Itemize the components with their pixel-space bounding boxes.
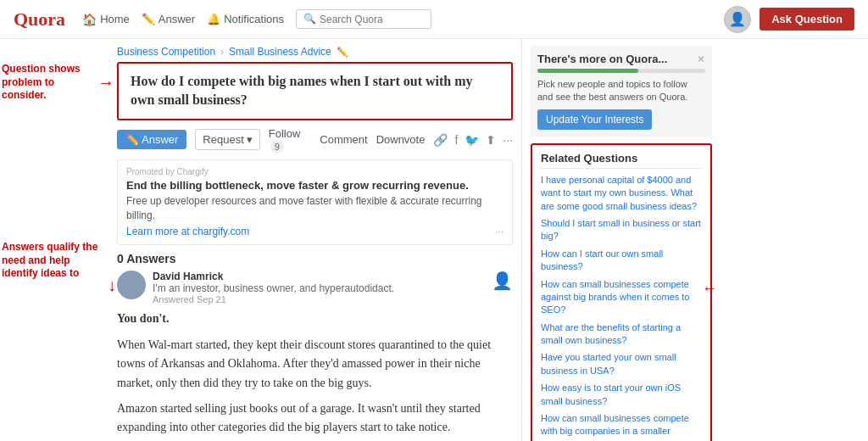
comment-button[interactable]: Comment — [320, 133, 367, 146]
logo[interactable]: Quora — [14, 8, 65, 31]
related-questions-box: Related Questions I have personal capita… — [531, 143, 712, 441]
annotation-question: Question shows problem to consider. → — [2, 63, 99, 103]
answers-count: 0 Answers — [117, 252, 513, 265]
related-item-5[interactable]: Have you started your own small business… — [541, 351, 702, 377]
related-item-3: How can small businesses compete against… — [541, 278, 702, 317]
answer-nav-label: Answer — [159, 13, 195, 25]
search-input[interactable] — [320, 14, 421, 25]
promo-box: Promoted by Chargify End the billing bot… — [117, 159, 513, 246]
right-panel: There's more on Quora... ✕ Pick new peop… — [521, 39, 721, 441]
answer-para-2: Amazon started selling just books out of… — [117, 399, 513, 438]
home-icon: 🏠 — [82, 13, 97, 26]
promo-title: End the billing bottleneck, move faster … — [126, 179, 504, 192]
progress-bar-container — [537, 69, 705, 73]
pencil-icon: ✏️ — [125, 133, 139, 146]
update-interests-button[interactable]: Update Your Interests — [537, 109, 652, 130]
author-avatar — [117, 271, 146, 299]
notification-icon: 🔔 — [207, 13, 220, 25]
nav-answer[interactable]: ✏️ Answer — [142, 13, 195, 25]
nav-home[interactable]: 🏠 Home — [82, 13, 130, 26]
answer-bold: You don't. — [117, 312, 169, 325]
author-follow-icon[interactable]: 👤 — [492, 271, 513, 291]
more-on-quora-header: There's more on Quora... ✕ — [537, 53, 705, 65]
nav-notifications[interactable]: 🔔 Notifications — [207, 13, 284, 25]
answer-para-0: You don't. — [117, 310, 513, 328]
answer-para-1: When Wal-mart started, they kept their d… — [117, 336, 513, 393]
annotation-answers: Answers qualify the need and help identi… — [2, 241, 108, 281]
promo-link[interactable]: Learn more at chargify.com — [126, 226, 249, 237]
answer-icon: ✏️ — [142, 13, 155, 25]
answer-author-row: David Hamrick I'm an investor, business … — [117, 271, 513, 304]
progress-bar — [537, 69, 638, 73]
more-share-icon[interactable]: ⬆ — [486, 133, 496, 147]
promo-label: Promoted by Chargify — [126, 167, 504, 176]
breadcrumb-sep: › — [220, 46, 224, 58]
promo-desc: Free up developer resources and move fas… — [126, 194, 504, 223]
promo-more-icon[interactable]: ··· — [495, 226, 504, 237]
ask-question-button[interactable]: Ask Question — [760, 8, 854, 31]
notifications-label: Notifications — [224, 13, 284, 25]
arrow1: → — [97, 71, 114, 93]
dropdown-icon: ▾ — [247, 133, 253, 146]
arrow2: ↓ — [108, 274, 116, 296]
more-on-quora-box: There's more on Quora... ✕ Pick new peop… — [531, 46, 712, 137]
action-bar: ✏️ Answer Request ▾ Follow 9 Comment Dow… — [117, 127, 513, 153]
header: Quora 🏠 Home ✏️ Answer 🔔 Notifications 🔍… — [0, 0, 868, 39]
main-container: Question shows problem to consider. → An… — [0, 39, 868, 441]
facebook-icon[interactable]: f — [454, 133, 458, 147]
related-item-2[interactable]: How can I start our own small business? — [541, 248, 702, 274]
header-right: 👤 Ask Question — [724, 6, 854, 33]
author-date: Answered Sep 21 — [153, 294, 485, 304]
related-item-6[interactable]: How easy is to start your own iOS small … — [541, 382, 702, 408]
request-button[interactable]: Request ▾ — [195, 129, 259, 150]
left-panel: Question shows problem to consider. → An… — [0, 39, 521, 441]
answers-section: 0 Answers David Hamrick I'm an investor,… — [117, 252, 513, 441]
related-item-7[interactable]: How can small businesses compete with bi… — [541, 412, 702, 441]
author-info: David Hamrick I'm an investor, business … — [153, 271, 485, 304]
author-name[interactable]: David Hamrick — [153, 271, 485, 282]
follow-button[interactable]: Follow 9 — [269, 127, 311, 153]
related-item-1[interactable]: Should I start small in business or star… — [541, 217, 702, 243]
home-label: Home — [100, 13, 130, 25]
author-desc: I'm an investor, business owner, and hyp… — [153, 282, 485, 294]
related-title: Related Questions — [541, 152, 702, 169]
question-box: How do I compete with big names when I s… — [117, 62, 513, 120]
arrow-related: ← — [702, 280, 717, 298]
social-share-icons: 🔗 f 🐦 ⬆ ··· — [433, 133, 513, 147]
user-avatar-button[interactable]: 👤 — [724, 6, 751, 33]
twitter-icon[interactable]: 🐦 — [465, 133, 479, 147]
close-icon[interactable]: ✕ — [697, 53, 705, 65]
related-item-0[interactable]: I have personal capital of $4000 and wan… — [541, 174, 702, 213]
downvote-button[interactable]: Downvote — [376, 133, 426, 146]
question-text: How do I compete with big names when I s… — [131, 72, 499, 110]
more-on-quora-desc: Pick new people and topics to follow and… — [537, 78, 705, 104]
search-icon: 🔍 — [303, 13, 316, 25]
related-item-4[interactable]: What are the benefits of starting a smal… — [541, 321, 702, 348]
answer-button[interactable]: ✏️ Answer — [117, 130, 186, 149]
answer-body: You don't. When Wal-mart started, they k… — [117, 310, 513, 441]
ellipsis-icon[interactable]: ··· — [503, 133, 513, 147]
breadcrumb-small-business[interactable]: Small Business Advice — [229, 46, 331, 58]
share-link-icon[interactable]: 🔗 — [433, 133, 448, 147]
breadcrumb-edit-icon[interactable]: ✏️ — [337, 47, 348, 58]
follow-count-badge: 9 — [270, 141, 284, 153]
breadcrumbs: Business Competition › Small Business Ad… — [117, 46, 513, 58]
more-on-quora-title: There's more on Quora... — [537, 53, 667, 65]
breadcrumb-business[interactable]: Business Competition — [117, 46, 215, 58]
search-box[interactable]: 🔍 — [296, 9, 431, 29]
